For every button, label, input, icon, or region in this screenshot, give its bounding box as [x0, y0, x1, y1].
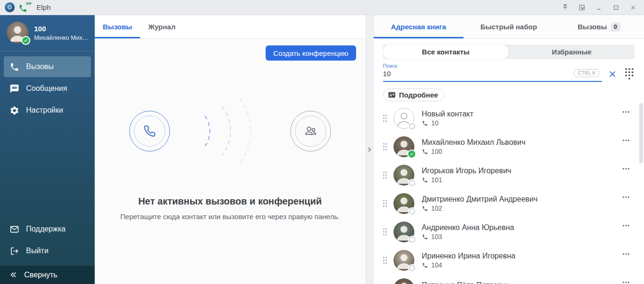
contact-avatar: [394, 193, 414, 214]
status-badge: [409, 180, 415, 186]
right-panel-tabbar: Адресная книга Быстрый набор Вызовы 0: [374, 15, 644, 39]
contact-name: Ириненко Ирина Игоревна: [422, 252, 618, 260]
sidebar-item-support[interactable]: Поддержка: [4, 219, 91, 240]
contacts-filter-segments: Все контакты Избранные: [383, 44, 635, 59]
contact-row[interactable]: Михайленко Михаил Львович 100: [374, 133, 644, 161]
dialpad-icon[interactable]: [623, 67, 635, 82]
contact-menu-button[interactable]: [620, 166, 632, 172]
clear-search-icon[interactable]: [608, 70, 617, 82]
contact-number: 10: [431, 119, 439, 127]
contacts-panel: Адресная книга Быстрый набор Вызовы 0 Вс…: [374, 15, 644, 284]
message-icon: [9, 84, 19, 94]
empty-state-subtitle: Перетащите сюда контакт или вызовите его…: [120, 213, 340, 221]
contact-row[interactable]: Игорьков Игорь Игоревич 101: [374, 161, 644, 189]
phone-icon: [422, 149, 428, 155]
online-status-badge: [22, 37, 29, 44]
contact-number: 101: [431, 176, 442, 184]
tab-calls-count[interactable]: Вызовы 0: [554, 15, 644, 38]
empty-state: Нет активных вызовов и конференций Перет…: [104, 61, 356, 284]
contact-row[interactable]: Андриенко Анна Юрьевна 103: [374, 218, 644, 246]
drag-handle-icon[interactable]: [382, 142, 390, 151]
sidebar-item-messages[interactable]: Сообщения: [4, 78, 91, 99]
contact-number: 100: [431, 148, 442, 155]
phone-icon: [422, 262, 428, 268]
search-row: Поиск CTRL K: [383, 63, 635, 82]
contact-avatar: [394, 136, 414, 157]
phone-icon: [422, 177, 428, 183]
logout-icon: [9, 246, 19, 256]
popout-window-icon[interactable]: [576, 2, 588, 13]
segment-favorites[interactable]: Избранные: [509, 44, 635, 59]
search-label: Поиск: [383, 63, 602, 69]
shortcut-badge: CTRL K: [573, 69, 600, 77]
search-input[interactable]: [383, 69, 537, 78]
phone-icon: [9, 62, 19, 72]
tab-address-book[interactable]: Адресная книга: [374, 15, 464, 38]
scrollbar-thumb[interactable]: [639, 103, 643, 163]
segment-all-contacts[interactable]: Все контакты: [383, 44, 509, 59]
contact-avatar: [394, 165, 414, 186]
phone-icon: [422, 120, 428, 126]
tab-calls[interactable]: Вызовы: [95, 15, 140, 38]
conference-circle-icon: [290, 111, 331, 151]
contact-menu-button[interactable]: [620, 109, 632, 115]
phone-icon: [422, 205, 428, 212]
contact-menu-button[interactable]: [620, 194, 632, 200]
window-title: Elph: [36, 3, 51, 11]
phone-icon: [422, 234, 428, 240]
create-conference-button[interactable]: Создать конференцию: [266, 45, 356, 61]
contact-name: Петренко Пётр Петрович: [422, 281, 618, 284]
app-logo-icon: [5, 2, 15, 12]
sip-phone-icon: SIP: [18, 2, 31, 13]
contact-avatar: [394, 222, 414, 242]
sidebar-item-settings[interactable]: Настройки: [4, 100, 91, 121]
contact-menu-button[interactable]: [620, 279, 632, 284]
envelope-icon: [9, 224, 19, 234]
contact-number: 103: [431, 233, 442, 240]
contact-row[interactable]: Дмитриенко Дмитрий Андреевич 102: [374, 189, 644, 218]
collapse-panel-chevron-icon[interactable]: [367, 147, 372, 152]
empty-state-title: Нет активных вызовов и конференций: [138, 196, 322, 207]
drag-handle-icon[interactable]: [382, 227, 390, 237]
contact-menu-button[interactable]: [620, 222, 632, 229]
tab-speed-dial[interactable]: Быстрый набор: [464, 15, 554, 38]
call-circle-icon: [129, 111, 170, 151]
calls-count-badge: 0: [611, 22, 620, 32]
contact-row[interactable]: Новый контакт 10: [374, 104, 644, 133]
contact-name: Игорьков Игорь Игоревич: [422, 167, 618, 175]
status-badge: [409, 265, 415, 271]
status-badge: [409, 237, 415, 243]
double-chevron-left-icon: [9, 271, 18, 279]
contact-avatar: [394, 250, 414, 271]
close-icon[interactable]: [627, 2, 639, 13]
contact-row[interactable]: Петренко Пётр Петрович: [374, 275, 644, 284]
collapse-sidebar-button[interactable]: Свернуть: [0, 265, 95, 284]
sidebar-item-calls[interactable]: Вызовы: [4, 56, 91, 77]
contact-name: Михайленко Михаил Львович: [422, 138, 618, 147]
contact-card-icon: [388, 91, 396, 99]
contact-row[interactable]: Ириненко Ирина Игоревна 104: [374, 246, 644, 275]
search-field[interactable]: Поиск CTRL K: [383, 63, 602, 82]
status-badge: [408, 151, 415, 158]
details-button[interactable]: Подробнее: [383, 89, 445, 101]
pin-icon[interactable]: [559, 2, 571, 13]
panel-splitter[interactable]: [366, 15, 374, 284]
contact-menu-button[interactable]: [620, 251, 632, 257]
tab-journal[interactable]: Журнал: [140, 15, 184, 38]
drag-handle-icon[interactable]: [382, 199, 390, 208]
contact-number: 102: [431, 204, 442, 212]
contact-menu-button[interactable]: [620, 137, 632, 143]
sidebar-item-logout[interactable]: Выйти: [4, 240, 91, 261]
contact-name: Дмитриенко Дмитрий Андреевич: [422, 195, 618, 204]
sidebar-nav: Вызовы Сообщения Настройки: [0, 56, 95, 121]
contact-avatar: [394, 278, 414, 284]
user-extension: 100: [34, 25, 89, 33]
maximize-icon[interactable]: [610, 2, 622, 13]
drag-handle-icon[interactable]: [382, 256, 390, 265]
minimize-icon[interactable]: [593, 2, 605, 13]
ripple-arcs-icon: [195, 96, 266, 167]
sidebar: 100 Михайленко Михаи… Вызовы Сообщения: [0, 15, 95, 284]
drag-handle-icon[interactable]: [382, 170, 390, 180]
drag-handle-icon[interactable]: [382, 114, 390, 123]
current-user-block[interactable]: 100 Михайленко Михаи…: [0, 15, 95, 52]
